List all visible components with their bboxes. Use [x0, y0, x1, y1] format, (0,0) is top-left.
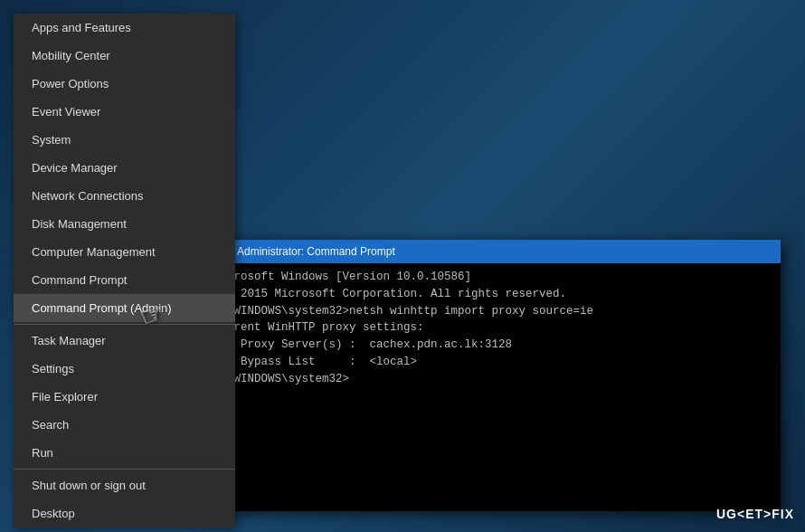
watermark-greater-than: >: [763, 507, 772, 521]
watermark-less-than: <: [737, 507, 745, 521]
cmd-line: Current WinHTTP proxy settings:: [213, 319, 773, 337]
watermark-fix: FIX: [772, 507, 794, 521]
menu-item-network-connections[interactable]: Network Connections: [14, 182, 235, 210]
menu-item-system[interactable]: System: [14, 126, 235, 154]
watermark-arrow-left: UG: [716, 507, 737, 521]
menu-item-power-options[interactable]: Power Options: [14, 70, 235, 98]
menu-item-command-prompt[interactable]: Command Prompt: [14, 266, 235, 294]
cmd-line: Bypass List : <local>: [213, 354, 773, 371]
menu-item-device-manager[interactable]: Device Manager: [14, 154, 235, 182]
menu-item-settings[interactable]: Settings: [14, 355, 235, 383]
cmd-line: (c) 2015 Microsoft Corporation. All righ…: [213, 286, 773, 303]
menu-divider: [14, 324, 235, 325]
menu-item-computer-management[interactable]: Computer Management: [14, 238, 235, 266]
menu-item-run[interactable]: Run: [14, 439, 235, 467]
context-menu: Apps and FeaturesMobility CenterPower Op…: [14, 14, 235, 527]
menu-item-file-explorer[interactable]: File Explorer: [14, 383, 235, 411]
cmd-title: Administrator: Command Prompt: [237, 245, 395, 258]
menu-item-shut-down[interactable]: Shut down or sign out: [14, 471, 235, 499]
cmd-titlebar: C:\ Administrator: Command Prompt: [206, 240, 781, 263]
cmd-body: Microsoft Windows [Version 10.0.10586](c…: [206, 263, 781, 509]
menu-item-command-prompt-admin[interactable]: Command Prompt (Admin): [14, 294, 235, 322]
cmd-line: Proxy Server(s) : cachex.pdn.ac.lk:3128: [213, 337, 773, 354]
menu-item-apps-features[interactable]: Apps and Features: [14, 14, 235, 42]
watermark-et: ET: [745, 507, 763, 521]
cmd-line: C:\WINDOWS\system32>netsh winhttp import…: [213, 303, 773, 320]
menu-item-event-viewer[interactable]: Event Viewer: [14, 98, 235, 126]
watermark: UG<ET>FIX: [716, 507, 794, 521]
cmd-line: C:\WINDOWS\system32>: [213, 371, 773, 388]
menu-item-desktop[interactable]: Desktop: [14, 499, 235, 527]
menu-item-mobility-center[interactable]: Mobility Center: [14, 42, 235, 70]
menu-item-search[interactable]: Search: [14, 411, 235, 439]
menu-item-disk-management[interactable]: Disk Management: [14, 210, 235, 238]
cmd-line: Microsoft Windows [Version 10.0.10586]: [213, 269, 773, 286]
cmd-window: C:\ Administrator: Command Prompt Micros…: [206, 240, 781, 511]
menu-item-task-manager[interactable]: Task Manager: [14, 327, 235, 355]
menu-divider: [14, 469, 235, 470]
